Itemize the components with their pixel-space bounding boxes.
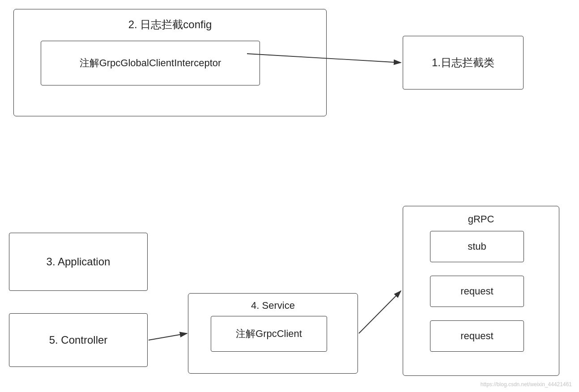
request1-box: request xyxy=(430,276,524,307)
service-outer-label: 4. Service xyxy=(251,300,295,311)
service-inner-box: 注解GrpcClient xyxy=(211,316,327,352)
service-outer-box: 4. Service 注解GrpcClient xyxy=(188,293,358,374)
application-label: 3. Application xyxy=(47,256,111,268)
request2-box: request xyxy=(430,320,524,352)
arrow-service-to-grpc xyxy=(359,291,401,333)
log-interceptor-box: 1.日志拦截类 xyxy=(403,36,524,89)
grpc-outer-box: gRPC stub request request xyxy=(403,206,559,376)
application-box: 3. Application xyxy=(9,233,148,291)
log-interceptor-label: 1.日志拦截类 xyxy=(432,55,494,70)
controller-label: 5. Controller xyxy=(49,334,108,346)
arrow-controller-to-service xyxy=(149,333,187,340)
grpc-outer-label: gRPC xyxy=(468,213,494,225)
service-inner-label: 注解GrpcClient xyxy=(236,327,302,341)
outer-config-label: 2. 日志拦截config xyxy=(128,17,212,32)
controller-box: 5. Controller xyxy=(9,313,148,367)
inner-inject-box: 注解GrpcGlobalClientInterceptor xyxy=(41,41,260,85)
outer-config-box: 2. 日志拦截config 注解GrpcGlobalClientIntercep… xyxy=(13,9,327,116)
watermark: https://blog.csdn.net/weixin_44421461 xyxy=(481,381,572,388)
request1-label: request xyxy=(460,285,493,297)
diagram: 2. 日志拦截config 注解GrpcGlobalClientIntercep… xyxy=(0,0,579,392)
stub-box: stub xyxy=(430,231,524,262)
stub-label: stub xyxy=(468,241,486,252)
inner-inject-label: 注解GrpcGlobalClientInterceptor xyxy=(80,56,221,70)
request2-label: request xyxy=(460,330,493,342)
